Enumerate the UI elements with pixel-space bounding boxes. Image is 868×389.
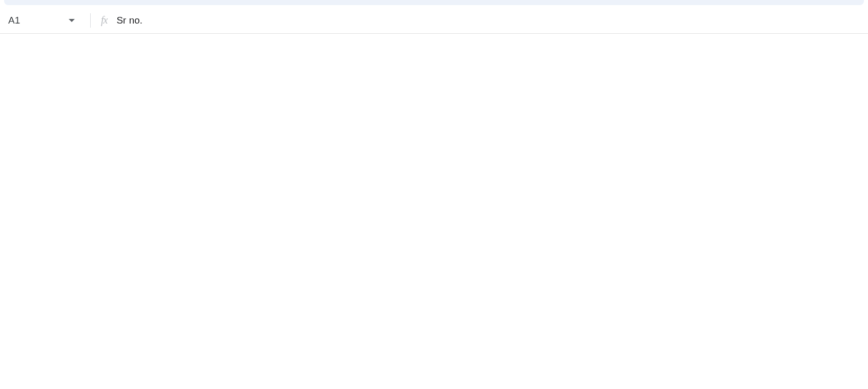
- name-box[interactable]: A1: [3, 11, 80, 30]
- divider: [90, 13, 91, 28]
- chevron-down-icon[interactable]: [69, 19, 75, 22]
- formula-bar: A1 fx Sr no.: [0, 7, 868, 34]
- name-box-value: A1: [8, 15, 66, 26]
- formula-input[interactable]: Sr no.: [116, 15, 142, 26]
- fx-icon: fx: [101, 14, 107, 26]
- top-banner: [4, 0, 864, 5]
